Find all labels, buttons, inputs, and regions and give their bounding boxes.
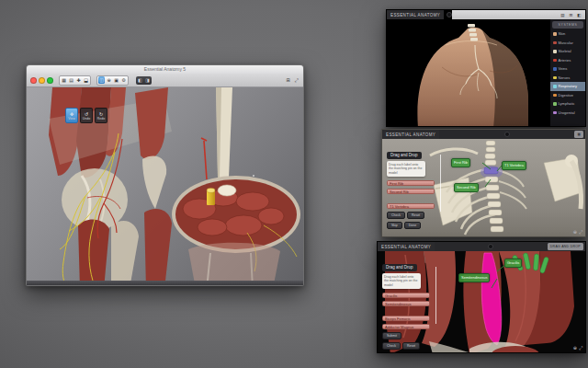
sidebar-item-urogenital[interactable]: Urogenital: [550, 109, 585, 118]
redo-tool-button[interactable]: ↻ Redo: [95, 108, 107, 123]
panel-scrollbar[interactable]: [440, 155, 441, 212]
spine-quiz-window[interactable]: ESSENTIAL ANATOMY ▦: [381, 129, 586, 237]
skin-icon: [553, 32, 557, 36]
submit-button[interactable]: Submit: [382, 332, 401, 339]
pin-label[interactable]: T1 Vertebra: [502, 161, 526, 170]
sidebar-item-muscular[interactable]: Muscular: [550, 39, 585, 48]
view-toggle-button[interactable]: ▦: [574, 131, 583, 138]
layers-icon[interactable]: ▤: [68, 76, 74, 84]
sidebar-item-respiratory[interactable]: Respiratory: [550, 82, 585, 91]
app-brand: ESSENTIAL ANATOMY: [387, 10, 444, 19]
pin-label[interactable]: Second Rib: [454, 183, 479, 192]
spine-titlebar: ESSENTIAL ANATOMY ▦: [382, 130, 585, 139]
main-3d-viewport[interactable]: ✥ View ↺ Undo ↻ Redo: [27, 87, 303, 285]
chest-3d-viewport[interactable]: [387, 19, 550, 126]
grid-view-icon[interactable]: ⊞: [568, 12, 574, 18]
viewport-corner-controls: ⊕ ⤢: [573, 345, 582, 351]
thigh-cross-section[interactable]: [172, 176, 300, 253]
expand-icon[interactable]: ⤢: [579, 345, 582, 351]
main-bottom-bar: [27, 281, 303, 285]
chest-anatomy-window[interactable]: ESSENTIAL ANATOMY ▤ ⊞ ◧: [386, 9, 586, 127]
thigh-3d-viewport[interactable]: Semitendinosus Gracilis Drag and Drop Dr…: [378, 251, 585, 352]
sidebar-item-lymphatic[interactable]: Lymphatic: [550, 99, 585, 109]
sidebar-item-nerves[interactable]: Nerves: [550, 74, 585, 83]
zoom-icon[interactable]: ⊕: [573, 345, 577, 351]
panel-instructions: Drag each label onto the matching pin on…: [382, 273, 421, 289]
isolate-icon[interactable]: ◫: [98, 76, 105, 84]
window-title: Essential Anatomy 5: [27, 65, 303, 74]
drag-label[interactable]: T1 Vertebra: [387, 203, 435, 209]
drag-label[interactable]: First Rib: [387, 180, 435, 186]
artery-icon: [553, 59, 557, 63]
segment-left-icon[interactable]: ◧: [137, 76, 143, 84]
sidebar-item-digestive[interactable]: Digestive: [550, 91, 585, 100]
main-anatomy-window[interactable]: Essential Anatomy 5 ▦ ▤ ✚ ⬓ ◫ ⊕ ▣ ⚙ ◧ ◨: [26, 64, 304, 286]
drag-drop-panel: Drag and Drop Drag each label onto the m…: [387, 144, 442, 229]
app-brand: ESSENTIAL ANATOMY: [382, 130, 439, 139]
mode-badge: DRAG AND DROP: [548, 243, 583, 250]
sciatic-nerve-highlight[interactable]: [207, 189, 215, 205]
close-button[interactable]: [30, 77, 37, 84]
undo-tool-button[interactable]: ↺ Undo: [80, 108, 93, 123]
minimize-button[interactable]: [39, 77, 45, 84]
reset-button[interactable]: Reset: [402, 342, 420, 350]
systems-header: SYSTEMS: [552, 21, 583, 29]
pin-label[interactable]: Semitendinosus: [458, 273, 490, 282]
fullscreen-icon[interactable]: ⤢: [293, 76, 300, 84]
viewport-corner-controls: ⊕ ⤢: [573, 229, 582, 235]
sidebar-item-skeletal[interactable]: Skeletal: [550, 47, 585, 56]
view-mode-segmented-control[interactable]: ◧ ◨: [136, 76, 152, 85]
sidebar-item-skin[interactable]: Skin: [550, 29, 585, 39]
split-view-icon[interactable]: ◧: [576, 12, 582, 18]
atlas-titlebar: ESSENTIAL ANATOMY ▤ ⊞ ◧: [387, 10, 585, 19]
drag-label[interactable]: Biceps Femoris: [382, 316, 430, 321]
drag-label[interactable]: Second Rib: [387, 189, 435, 194]
record-dot-icon: [504, 132, 510, 137]
grid-icon[interactable]: ▦: [61, 76, 67, 84]
zoom-button[interactable]: [47, 77, 53, 84]
chest-torso-illustration: [387, 19, 550, 126]
lungs-icon: [553, 85, 557, 88]
sidebar-item-veins[interactable]: Veins: [550, 64, 585, 74]
kidney-icon: [553, 111, 557, 115]
reset-button[interactable]: Reset: [407, 212, 424, 219]
stomach-icon: [553, 94, 557, 98]
list-icon[interactable]: ▤: [560, 12, 566, 18]
media-icon[interactable]: ▣: [113, 76, 119, 84]
toolbar-group-tools: ◫ ⊕ ▣ ⚙: [96, 75, 129, 86]
check-button[interactable]: Check: [382, 342, 401, 350]
floating-tool-buttons: ✥ View ↺ Undo ↻ Redo: [65, 108, 107, 123]
panel-title: Drag and Drop: [387, 152, 422, 159]
pin-label[interactable]: Gracilis: [504, 259, 522, 268]
skip-button[interactable]: Skip: [387, 222, 402, 229]
segment-right-icon[interactable]: ◨: [144, 76, 151, 84]
cut-icon[interactable]: ⬓: [83, 76, 89, 84]
drag-drop-panel: Drag and Drop Drag each label onto the m…: [382, 256, 437, 350]
panel-scrollbar[interactable]: [435, 267, 436, 324]
panel-title: Drag and Drop: [382, 264, 417, 271]
thigh-titlebar: ESSENTIAL ANATOMY DRAG AND DROP: [378, 242, 585, 251]
vein-icon: [553, 67, 557, 71]
highlighted-vertebra[interactable]: [484, 167, 498, 174]
expand-icon[interactable]: ⤢: [579, 229, 582, 235]
sidebar-item-arteries[interactable]: Arteries: [550, 56, 585, 65]
muscle-icon: [553, 41, 557, 45]
panel-toggle-icon[interactable]: ⊞: [285, 76, 291, 84]
pin-icon[interactable]: ⊕: [106, 76, 112, 84]
lymph-icon: [553, 102, 557, 106]
check-button[interactable]: Check: [387, 212, 405, 219]
zoom-icon[interactable]: ⊕: [573, 229, 577, 235]
pin-label[interactable]: First Rib: [451, 158, 470, 167]
settings-icon[interactable]: ⚙: [120, 76, 127, 84]
done-button[interactable]: Done: [404, 222, 421, 229]
atlas-toolbar: ▤ ⊞ ◧: [452, 10, 585, 19]
add-icon[interactable]: ✚: [75, 76, 82, 84]
thigh-quiz-window[interactable]: ESSENTIAL ANATOMY DRAG AND DROP: [377, 241, 586, 353]
record-dot-icon: [488, 244, 493, 249]
desktop: Essential Anatomy 5 ▦ ▤ ✚ ⬓ ◫ ⊕ ▣ ⚙ ◧ ◨: [0, 0, 588, 368]
drag-label[interactable]: Semitendinosus: [382, 301, 430, 306]
view-tool-button[interactable]: ✥ View: [65, 108, 78, 123]
drag-label[interactable]: Adductor Magnus: [382, 324, 430, 329]
spine-3d-viewport[interactable]: First Rib T1 Vertebra Second Rib Drag an…: [382, 139, 585, 236]
drag-label[interactable]: Gracilis: [382, 293, 430, 298]
